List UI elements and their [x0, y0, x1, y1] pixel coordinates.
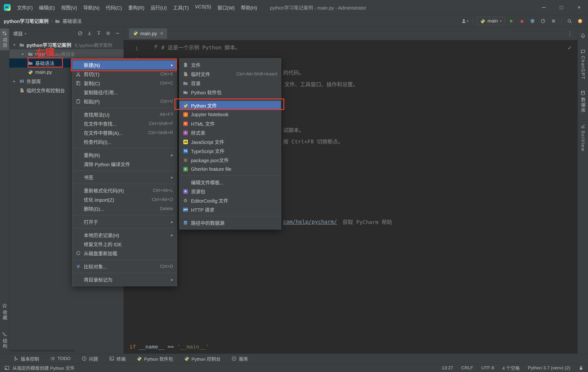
menu-item-1[interactable]: 临时文件Ctrl+Alt+Shift+Insert	[179, 69, 281, 78]
tool-window-button-TODO[interactable]: TODO	[50, 356, 71, 361]
menu-item-14[interactable]: 编辑文件模板...	[179, 178, 281, 187]
menu-item-15[interactable]: R资源包	[179, 187, 281, 196]
menu-item-9[interactable]: JSJavaScript 文件	[179, 137, 281, 146]
menubar-item[interactable]: 文件(F)	[14, 3, 36, 12]
run-configuration-selector[interactable]: main▾	[477, 17, 505, 25]
close-tab-icon[interactable]: ×	[160, 30, 163, 37]
tool-window-button-Python 控制台[interactable]: Python 控制台	[184, 355, 220, 362]
menu-item-19[interactable]: 路径中的数据源	[179, 218, 281, 227]
menu-item-3[interactable]: Python 软件包	[179, 88, 281, 97]
user-button[interactable]: ▾	[461, 17, 469, 25]
menu-item-10[interactable]: TSTypeScript 文件	[179, 146, 281, 155]
status-widget[interactable]: CRLF	[461, 365, 473, 371]
status-widget[interactable]: 4 个空格	[502, 365, 520, 371]
menu-item-9[interactable]: 检查代码(I)...	[72, 137, 177, 146]
more-options-icon[interactable]: ⋮	[567, 30, 573, 37]
breadcrumb-project[interactable]: python学习笔记案例	[4, 18, 49, 24]
menu-item-4[interactable]: 粘贴(P)Ctrl+V	[72, 97, 177, 106]
tree-item-1[interactable]: ▸venvlibrary根目录	[9, 49, 124, 58]
tool-window-button-项目[interactable]: 项目	[0, 29, 9, 50]
panel-tool-scrolldown[interactable]	[87, 31, 92, 37]
menubar-item[interactable]: VCS(S)	[192, 3, 214, 12]
debug-button[interactable]	[518, 17, 526, 25]
menu-item-17[interactable]: 优化 import(Z)Ctrl+Alt+O	[72, 195, 177, 204]
tool-window-button-bell[interactable]	[578, 31, 588, 41]
menubar-item[interactable]: 导航(N)	[80, 3, 103, 12]
menu-item-14[interactable]: 书签▸	[72, 173, 177, 182]
menu-item-22[interactable]: 本地历史记录(H)▸	[72, 230, 177, 240]
menubar-item[interactable]: 工具(T)	[170, 3, 192, 12]
panel-tool-circle-slash[interactable]	[78, 31, 83, 37]
close-button[interactable]: ×	[570, 0, 588, 15]
tool-window-button-收藏[interactable]: 收藏	[0, 301, 9, 323]
menu-item-7[interactable]: HHTML 文件	[179, 119, 281, 128]
panel-tool-hide[interactable]	[115, 31, 120, 37]
tool-window-button-结构[interactable]: 结构	[0, 329, 9, 351]
panel-tool-settings[interactable]	[105, 31, 111, 37]
chevron-down-icon[interactable]: ▾	[25, 32, 26, 35]
menubar-item[interactable]: 重构(R)	[125, 3, 147, 12]
menubar-item[interactable]: 运行(U)	[147, 3, 170, 12]
status-widget[interactable]: Python 3.7 (venv) (2)	[528, 365, 570, 371]
menu-item-16[interactable]: 重新格式化代码(R)Ctrl+Alt+L	[72, 186, 177, 195]
update-button[interactable]	[576, 17, 584, 25]
panel-title[interactable]: 项目	[13, 30, 23, 37]
menu-item-17[interactable]: APIHTTP 请求	[179, 205, 281, 214]
menu-item-28[interactable]: 将目录标记为▸	[72, 275, 177, 284]
menubar-item[interactable]: 视图(V)	[58, 3, 80, 12]
minimize-button[interactable]: ─	[535, 0, 553, 15]
search-button[interactable]	[566, 17, 574, 25]
menubar-item[interactable]: 窗口(W)	[214, 3, 238, 12]
maximize-button[interactable]: □	[553, 0, 570, 15]
menubar-item[interactable]: 帮助(H)	[238, 3, 260, 12]
menu-item-2[interactable]: 复制(C)Ctrl+C	[72, 78, 177, 88]
menu-item-6[interactable]: JJupyter Notebook	[179, 110, 281, 119]
help-link[interactable]: com/help/pycharm/	[283, 219, 337, 225]
tool-window-button-Python 软件包[interactable]: Python 软件包	[137, 355, 173, 362]
editor-tab-mainpy[interactable]: main.py ×	[129, 28, 167, 39]
menu-item-11[interactable]: {}package.json文件	[179, 155, 281, 164]
menu-item-6[interactable]: 查找用法(U)Alt+F7	[72, 110, 177, 119]
stop-button[interactable]	[549, 17, 558, 25]
tool-window-toggle[interactable]	[4, 365, 10, 371]
expand-arrow-icon[interactable]: ▸	[20, 52, 26, 56]
expand-arrow-icon[interactable]: ▾	[12, 43, 17, 47]
menu-item-18[interactable]: 删除(D)...Delete	[72, 204, 177, 213]
profiler-button[interactable]	[539, 17, 547, 25]
menu-item-24[interactable]: 从磁盘重新加载	[72, 249, 177, 258]
tree-item-0[interactable]: ▾python学习笔记案例E:\python教学案例	[9, 40, 124, 49]
menu-item-20[interactable]: 打开于▸	[72, 217, 177, 226]
tool-window-button-服务[interactable]: 服务	[231, 355, 248, 362]
menu-item-1[interactable]: 剪切(T)Ctrl+X	[72, 69, 177, 78]
menu-item-2[interactable]: 目录	[179, 78, 281, 88]
menu-item-12[interactable]: 清除 Python 编译文件	[72, 160, 177, 169]
tool-window-button-终端[interactable]: 终端	[109, 355, 126, 362]
menu-item-8[interactable]: 在文件中替换(A)...Ctrl+Shift+R	[72, 128, 177, 137]
tool-window-button-问题[interactable]: 问题	[82, 355, 98, 362]
breadcrumb-folder[interactable]: 基础语法	[63, 18, 82, 24]
inspections-ok-icon[interactable]: ✓	[568, 44, 572, 52]
menubar-item[interactable]: 编辑(E)	[36, 3, 58, 12]
menu-item-12[interactable]: GGherkin feature file	[179, 164, 281, 174]
menu-item-11[interactable]: 重构(R)▸	[72, 150, 177, 160]
tool-window-button-ChatGPT[interactable]: ChatGPT	[578, 47, 588, 82]
coverage-button[interactable]	[528, 17, 536, 25]
tool-window-button-数据库[interactable]: 数据库	[578, 88, 588, 115]
play-button[interactable]	[507, 17, 515, 25]
menu-item-8[interactable]: #样式表	[179, 128, 281, 137]
tool-window-button-版本控制[interactable]: 版本控制	[13, 355, 39, 362]
horizontal-scrollbar[interactable]	[10, 350, 123, 352]
menu-item-0[interactable]: 文件	[179, 60, 281, 69]
menu-item-26[interactable]: 比较对象...Ctrl+D	[72, 262, 177, 271]
menu-item-5[interactable]: Python 文件	[179, 101, 281, 110]
menu-item-7[interactable]: 在文件中查找...Ctrl+Shift+F	[72, 119, 177, 128]
menu-item-16[interactable]: EditorConfig 文件	[179, 196, 281, 205]
status-widget[interactable]: 13:27	[442, 365, 453, 371]
menu-item-23[interactable]: 修复文件上的 IDE	[72, 240, 177, 249]
menu-item-3[interactable]: 复制路径/引用...	[72, 88, 177, 97]
status-widget[interactable]: UTF-8	[481, 365, 494, 371]
tool-window-button-SciView[interactable]: SciView	[578, 121, 588, 154]
panel-tool-collapse[interactable]	[96, 31, 102, 37]
menubar-item[interactable]: 代码(C)	[103, 3, 125, 12]
menu-item-0[interactable]: 新建(N)▸	[72, 60, 177, 69]
